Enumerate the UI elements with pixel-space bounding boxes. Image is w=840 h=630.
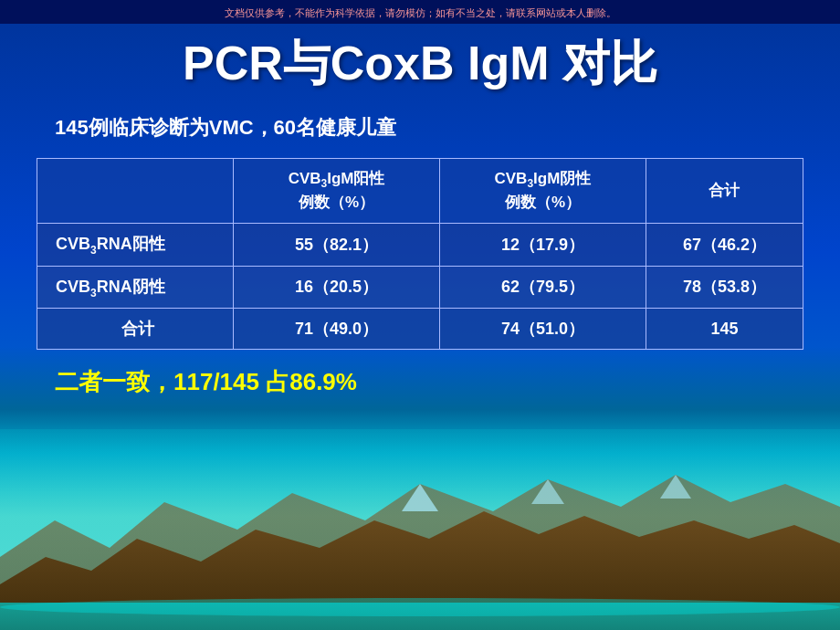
cell-rna-pos-total: 67（46.2） xyxy=(646,223,803,266)
cell-rna-pos-igm-pos: 55（82.1） xyxy=(234,223,440,266)
cell-rna-pos-igm-neg: 12（17.9） xyxy=(440,223,646,266)
table-row: CVB3RNA阳性 55（82.1） 12（17.9） 67（46.2） xyxy=(37,223,803,266)
table-header-total: 合计 xyxy=(646,159,803,224)
table-header-negative: CVB3IgM阴性例数（%） xyxy=(440,159,646,224)
table-row: CVB3RNA阴性 16（20.5） 62（79.5） 78（53.8） xyxy=(37,266,803,309)
cell-total-igm-neg: 74（51.0） xyxy=(440,309,646,350)
row-label-rna-negative: CVB3RNA阴性 xyxy=(37,266,234,309)
page-title: PCR与CoxB IgM 对比 xyxy=(37,32,803,96)
slide: 文档仅供参考，不能作为科学依据，请勿模仿；如有不当之处，请联系网站或本人删除。 … xyxy=(0,0,840,630)
subtitle: 145例临床诊断为VMC，60名健康儿童 xyxy=(55,114,803,142)
mountains-decoration xyxy=(0,429,840,630)
table-row: 合计 71（49.0） 74（51.0） 145 xyxy=(37,309,803,350)
conclusion-text: 二者一致，117/145 占86.9% xyxy=(55,366,803,398)
table-header-positive: CVB3IgM阳性例数（%） xyxy=(234,159,440,224)
row-label-rna-positive: CVB3RNA阳性 xyxy=(37,223,234,266)
cell-total-igm-pos: 71（49.0） xyxy=(234,309,440,350)
svg-point-4 xyxy=(0,598,840,616)
table-header-empty xyxy=(37,159,234,224)
disclaimer-bar: 文档仅供参考，不能作为科学依据，请勿模仿；如有不当之处，请联系网站或本人删除。 xyxy=(0,0,840,24)
cell-rna-neg-igm-neg: 62（79.5） xyxy=(440,266,646,309)
comparison-table: CVB3IgM阳性例数（%） CVB3IgM阴性例数（%） 合计 CVB3RNA… xyxy=(37,158,803,350)
disclaimer-text: 文档仅供参考，不能作为科学依据，请勿模仿；如有不当之处，请联系网站或本人删除。 xyxy=(225,7,616,18)
main-content: PCR与CoxB IgM 对比 145例临床诊断为VMC，60名健康儿童 CVB… xyxy=(0,23,840,398)
cell-rna-neg-igm-pos: 16（20.5） xyxy=(234,266,440,309)
cell-grand-total: 145 xyxy=(646,309,803,350)
cell-rna-neg-total: 78（53.8） xyxy=(646,266,803,309)
row-label-grand-total: 合计 xyxy=(37,309,234,350)
